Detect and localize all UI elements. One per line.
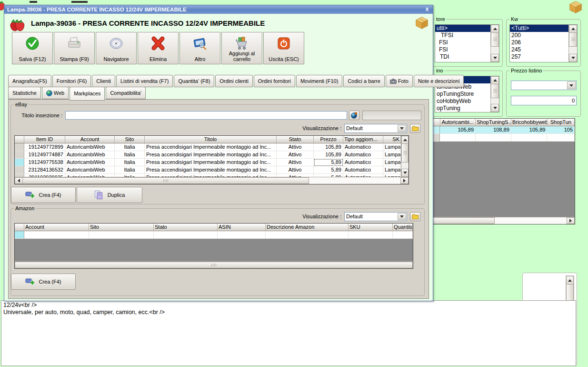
- save-button[interactable]: Salva (F12): [12, 32, 53, 64]
- column-header[interactable]: ASIN: [218, 224, 266, 231]
- listbox-item[interactable]: FSI: [435, 39, 499, 46]
- tab-quantita[interactable]: Quantita' (F8): [174, 75, 214, 87]
- listbox-item[interactable]: utti>: [435, 25, 499, 32]
- listbox-item[interactable]: coHobbyWeb: [435, 98, 499, 105]
- ebay-create-button[interactable]: Crea (F4): [11, 187, 76, 203]
- cell-stato: Attivo: [277, 159, 314, 166]
- table-row[interactable]: 191249774887 AutoricambiWeb Italia Presa…: [15, 151, 401, 159]
- vertical-scrollbar[interactable]: [401, 136, 409, 177]
- combobox-dropdown-button[interactable]: [398, 213, 406, 220]
- listbox-item[interactable]: opTuning: [435, 105, 499, 112]
- tab-label: Ordini clienti: [219, 76, 249, 87]
- table-row[interactable]: [433, 134, 575, 142]
- column-header[interactable]: Descrizione Amazon: [266, 224, 349, 231]
- amazon-folder-button[interactable]: [410, 212, 420, 221]
- horizontal-scrollbar[interactable]: [433, 217, 575, 224]
- column-header[interactable]: Sito: [89, 224, 154, 231]
- tab-web[interactable]: Web: [42, 87, 69, 99]
- amazon-create-button[interactable]: Crea (F4): [11, 274, 76, 290]
- scroll-up-icon: [571, 28, 575, 30]
- horizontal-scrollbar[interactable]: [15, 177, 409, 184]
- titolo-inserzione-input[interactable]: [65, 111, 347, 120]
- scrollbar[interactable]: [490, 76, 499, 112]
- column-header[interactable]: Account: [24, 224, 89, 231]
- column-header[interactable]: Titolo: [145, 136, 277, 143]
- column-header[interactable]: SKU: [349, 224, 393, 231]
- tab-compatibilita[interactable]: Compatibilita': [106, 87, 146, 99]
- tab-listini-di-vendita[interactable]: Listini di vendita (F7): [116, 75, 173, 87]
- table-row[interactable]: 105,89 108,89 105,89 105: [433, 126, 575, 134]
- tab-fornitori[interactable]: Fornitori (F6): [52, 75, 91, 87]
- column-header[interactable]: ShopTuningS...: [476, 119, 511, 126]
- column-header[interactable]: Account: [65, 136, 115, 143]
- column-header[interactable]: Tipo aggiorn...: [343, 136, 383, 143]
- table-row[interactable]: 191249772899 AutoricambiWeb Italia Presa…: [15, 143, 401, 151]
- tab-markplaces[interactable]: Markplaces: [70, 87, 105, 101]
- tab-ordini-fornitori[interactable]: Ordini fornitori: [254, 75, 295, 87]
- ebay-folder-button[interactable]: [410, 124, 420, 133]
- sub-tab-bar: Statistiche Web Markplaces Compatibilita…: [8, 87, 146, 101]
- listbox-item[interactable]: FSI: [435, 46, 499, 53]
- tab-codici-a-barre[interactable]: Codici a barre: [343, 75, 384, 87]
- prezzo-listino-group: Prezzo listino 0: [506, 71, 581, 117]
- exit-button[interactable]: Uscita (ESC): [263, 32, 304, 64]
- delete-x-icon: [151, 36, 165, 51]
- column-header[interactable]: Prezzo: [314, 136, 343, 143]
- tab-ordini-clienti[interactable]: Ordini clienti: [215, 75, 253, 87]
- dialog-titlebar[interactable]: Lampa-39036 - PRESA CORRENTE INCASSO 12/…: [4, 5, 433, 14]
- listbox-item[interactable]: TFSI: [435, 32, 499, 39]
- prezzo-listino-combobox[interactable]: [511, 81, 577, 90]
- tab-statistiche[interactable]: Statistiche: [8, 87, 41, 99]
- other-button[interactable]: Altro: [179, 32, 220, 64]
- navigator-button[interactable]: Navigatore: [96, 32, 137, 64]
- tab-movimenti[interactable]: Movimenti (F10): [296, 75, 342, 87]
- listbox-item[interactable]: 206: [510, 39, 577, 46]
- scrollbar[interactable]: [568, 25, 577, 62]
- combobox-value: Default: [346, 213, 397, 220]
- tab-anagrafica[interactable]: Anagrafica(F5): [8, 75, 51, 87]
- table-row[interactable]: 231284136532 AutoricambiWeb Italia Presa…: [15, 166, 401, 174]
- ebay-duplicate-button[interactable]: Duplica: [77, 187, 142, 203]
- cell-account: AutoricambiWeb: [65, 143, 115, 151]
- listbox-item[interactable]: 245: [510, 46, 577, 53]
- column-header[interactable]: Bricohobbyweb: [511, 119, 548, 126]
- cell-prezzo-focused[interactable]: 5,89: [314, 159, 343, 166]
- scrollbar[interactable]: [490, 25, 499, 62]
- column-header[interactable]: Stato: [154, 224, 218, 231]
- price-cell: 105: [547, 126, 575, 134]
- close-button[interactable]: x: [423, 6, 431, 13]
- description-editor[interactable]: 12/24v<br /> Universale, per auto, moto,…: [1, 300, 576, 366]
- column-header[interactable]: ShopTun: [548, 119, 575, 126]
- column-header[interactable]: Item ID: [24, 136, 65, 143]
- motore-listbox[interactable]: utti> TFSI FSI FSI TDI: [435, 24, 499, 62]
- column-header[interactable]: Autoricambi...: [440, 119, 476, 126]
- add-to-cart-button[interactable]: Aggiungi al carrello: [221, 32, 262, 64]
- ebay-visualizzazione-combobox[interactable]: Default: [344, 124, 407, 133]
- listbox-item[interactable]: <Tutti>: [510, 25, 577, 32]
- column-header[interactable]: Sito: [115, 136, 145, 143]
- listbox-item[interactable]: 200: [510, 32, 577, 39]
- column-header[interactable]: Quantita: [393, 224, 413, 231]
- tab-note-e-descrizioni[interactable]: Note e descrizioni: [414, 75, 464, 87]
- listbox-item[interactable]: TDI: [435, 53, 499, 61]
- table-row[interactable]: [15, 231, 413, 239]
- tab-foto[interactable]: Foto: [386, 75, 413, 87]
- combobox-dropdown-button[interactable]: [398, 125, 406, 132]
- tab-clienti[interactable]: Clienti: [92, 75, 115, 87]
- print-button[interactable]: Stampa (F9): [54, 32, 95, 64]
- horizontal-scrollbar[interactable]: [15, 261, 413, 268]
- button-label: Altro: [195, 56, 206, 62]
- prezzo-listino-amount-field[interactable]: 0: [511, 96, 577, 105]
- column-header[interactable]: Stato: [277, 136, 314, 143]
- cell-titolo: Presa accendisigari Impermeabile montagg…: [145, 159, 277, 166]
- amazon-visualizzazione-combobox[interactable]: Default: [344, 212, 407, 221]
- column-header[interactable]: SK: [383, 136, 401, 143]
- kw-listbox[interactable]: <Tutti> 200 206 245 257: [509, 24, 578, 62]
- delete-button[interactable]: Elimina: [138, 32, 179, 64]
- price-table: Autoricambi... ShopTuningS... Bricohobby…: [432, 118, 575, 224]
- listbox-item[interactable]: opTuningStore: [435, 91, 499, 98]
- listbox-item[interactable]: 257: [510, 53, 577, 61]
- ebay-lookup-button[interactable]: [349, 111, 359, 120]
- combobox-dropdown-button[interactable]: [567, 82, 576, 89]
- table-row-selected[interactable]: 191249775538 AutoricambiWeb Italia Presa…: [15, 159, 401, 166]
